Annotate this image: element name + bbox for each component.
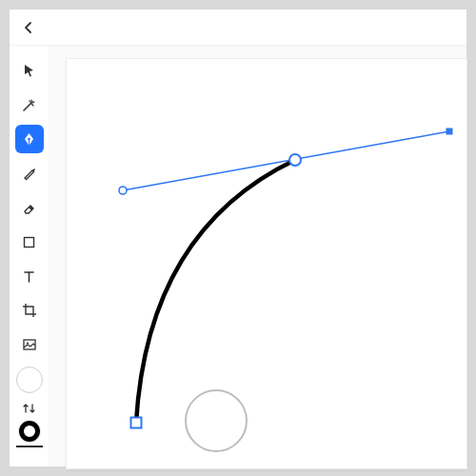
svg-rect-2 bbox=[25, 237, 34, 247]
select-tool[interactable] bbox=[15, 56, 44, 85]
image-tool[interactable] bbox=[15, 330, 44, 359]
pen-nib-icon bbox=[21, 131, 37, 148]
touch-cursor-ring bbox=[186, 390, 247, 451]
bezier-handle-line[interactable] bbox=[123, 131, 449, 190]
chevron-left-icon bbox=[22, 21, 35, 34]
shape-tool[interactable] bbox=[15, 228, 44, 256]
crop-tool[interactable] bbox=[15, 296, 44, 325]
direction-handle-start[interactable] bbox=[119, 187, 127, 194]
toolbar bbox=[10, 46, 50, 466]
artwork-layer bbox=[67, 59, 466, 468]
back-button[interactable] bbox=[17, 16, 40, 39]
image-icon bbox=[22, 337, 37, 352]
stroke-swatch[interactable] bbox=[19, 421, 40, 442]
stroke-indicator bbox=[16, 446, 43, 447]
canvas-viewport bbox=[50, 46, 466, 466]
text-t-icon bbox=[22, 269, 36, 284]
fill-swatch[interactable] bbox=[16, 367, 43, 393]
svg-point-0 bbox=[28, 137, 30, 140]
eraser-icon bbox=[21, 200, 37, 216]
brush-tool[interactable] bbox=[15, 159, 44, 188]
pencil-icon bbox=[22, 166, 37, 181]
topbar bbox=[10, 10, 466, 46]
vector-path[interactable] bbox=[136, 160, 295, 423]
wand-icon bbox=[21, 97, 37, 113]
app-window bbox=[10, 10, 466, 466]
swap-arrows-icon bbox=[22, 402, 36, 415]
svg-point-4 bbox=[26, 342, 28, 344]
eraser-tool[interactable] bbox=[15, 193, 44, 222]
canvas[interactable] bbox=[67, 59, 466, 468]
cursor-icon bbox=[22, 63, 37, 78]
direction-handle-end[interactable] bbox=[446, 129, 453, 135]
square-icon bbox=[22, 235, 36, 249]
pen-tool[interactable] bbox=[15, 125, 44, 153]
text-tool[interactable] bbox=[15, 262, 44, 290]
swap-colors-tool[interactable] bbox=[15, 398, 44, 419]
anchor-point-start[interactable] bbox=[131, 418, 142, 428]
main-area bbox=[10, 46, 466, 466]
magic-wand-tool[interactable] bbox=[15, 90, 44, 119]
crop-icon bbox=[22, 303, 37, 318]
anchor-point-end[interactable] bbox=[289, 154, 301, 166]
